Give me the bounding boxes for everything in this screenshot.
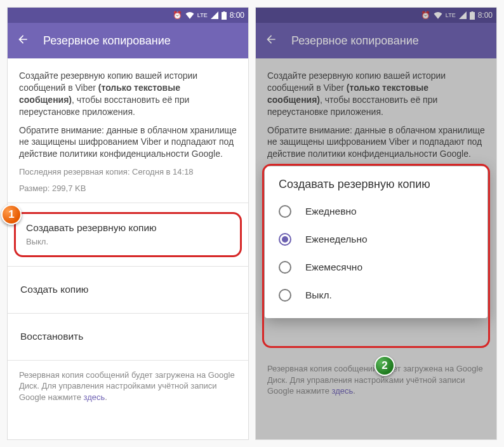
backup-now-button[interactable]: Создать копию: [19, 276, 237, 304]
back-arrow-icon[interactable]: [265, 33, 277, 49]
annotation-badge-1: 1: [1, 204, 22, 225]
screen-body-left: Создайте резервную копию вашей истории с…: [8, 58, 248, 439]
phone-right: ⏰ LTE 8:00 Резервное копирование Создайт…: [256, 8, 496, 439]
app-bar: Резервное копирование: [256, 23, 496, 58]
radio-option-daily[interactable]: Ежедневно: [269, 197, 484, 225]
svg-rect-3: [471, 11, 473, 13]
restore-button[interactable]: Восстановить: [19, 323, 237, 351]
radio-option-off[interactable]: Выкл.: [269, 281, 484, 309]
backup-frequency-dialog: Создавать резервную копию Ежедневно Ежен…: [265, 166, 487, 318]
wifi-icon: [185, 11, 194, 19]
battery-icon: [222, 11, 227, 20]
radio-icon: [279, 289, 291, 302]
restore-label: Восстановить: [20, 330, 235, 344]
radio-label: Еженедельно: [305, 234, 368, 245]
backup-size-text: Размер: 299,7 KB: [19, 183, 237, 194]
alarm-icon: ⏰: [421, 11, 430, 20]
last-backup-text: Последняя резервная копия: Сегодня в 14:…: [19, 166, 237, 178]
footer-link[interactable]: здесь: [84, 392, 105, 402]
radio-option-weekly[interactable]: Еженедельно: [269, 225, 484, 253]
footer-note: Резервная копия сообщений будет загружен…: [19, 370, 237, 403]
dialog-title: Создавать резервную копию: [269, 178, 484, 197]
radio-icon: [279, 205, 291, 218]
divider: [8, 266, 248, 267]
description-text: Создайте резервную копию вашей истории с…: [19, 70, 237, 118]
footer-link[interactable]: здесь: [332, 386, 354, 396]
radio-label: Ежедневно: [305, 206, 357, 217]
svg-rect-2: [470, 12, 475, 20]
status-bar: ⏰ LTE 8:00: [8, 8, 248, 23]
autobackup-value: Выкл.: [26, 236, 230, 248]
radio-label: Выкл.: [305, 290, 332, 301]
divider: [8, 360, 248, 361]
clock-text: 8:00: [478, 11, 493, 20]
signal-icon: [459, 11, 467, 19]
backup-now-label: Создать копию: [20, 283, 235, 297]
wifi-icon: [434, 11, 442, 19]
warning-text: Обратите внимание: данные в облачном хра…: [19, 124, 237, 161]
autobackup-setting[interactable]: Создавать резервную копию Выкл.: [25, 220, 231, 248]
annotation-badge-2: 2: [375, 356, 395, 376]
page-title: Резервное копирование: [291, 34, 419, 48]
lte-icon: LTE: [197, 12, 208, 18]
highlight-autobackup: Создавать резервную копию Выкл.: [14, 212, 242, 257]
app-bar: Резервное копирование: [8, 23, 248, 58]
phone-left: ⏰ LTE 8:00 Резервное копирование Создайт…: [8, 8, 248, 439]
signal-icon: [211, 11, 218, 19]
divider: [8, 203, 248, 203]
svg-rect-0: [222, 12, 227, 20]
status-bar: ⏰ LTE 8:00: [256, 8, 496, 23]
battery-icon: [470, 11, 475, 20]
radio-icon: [279, 233, 291, 246]
page-title: Резервное копирование: [43, 34, 171, 48]
divider: [8, 313, 248, 314]
autobackup-label: Создавать резервную копию: [26, 222, 230, 235]
clock-text: 8:00: [230, 11, 244, 20]
radio-option-monthly[interactable]: Ежемесячно: [269, 253, 484, 281]
alarm-icon: ⏰: [173, 11, 182, 20]
svg-rect-1: [223, 11, 225, 13]
lte-icon: LTE: [446, 12, 456, 18]
warning-text: Обратите внимание: данные в облачном хра…: [267, 124, 485, 161]
back-arrow-icon[interactable]: [17, 33, 29, 49]
radio-icon: [279, 261, 291, 274]
radio-label: Ежемесячно: [305, 262, 362, 273]
description-text: Создайте резервную копию вашей истории с…: [267, 70, 485, 118]
